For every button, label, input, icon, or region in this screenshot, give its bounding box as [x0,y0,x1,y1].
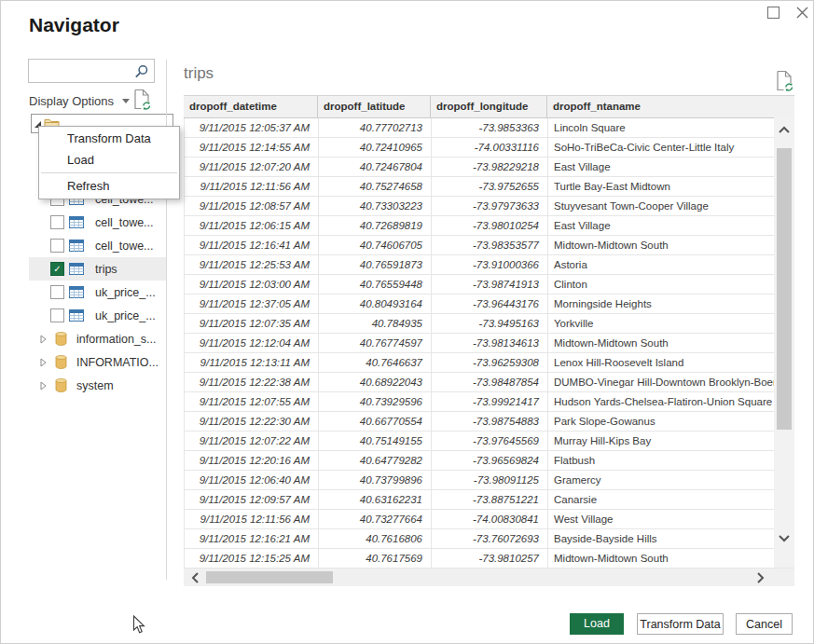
cell-dropoff-longitude: -73.97645569 [432,432,548,450]
tree-item[interactable]: uk_price_... [29,304,166,327]
cell-dropoff-datetime: 9/11/2015 12:25:53 AM [185,255,319,274]
vertical-scrollbar-thumb[interactable] [777,148,792,430]
menu-item-load[interactable]: Load [39,149,179,171]
table-row[interactable]: 9/11/2015 12:15:25 AM 40.7617569 -73.981… [185,549,794,569]
table-row[interactable]: 9/11/2015 12:06:40 AM 40.73799896 -73.98… [185,471,794,490]
scroll-right-icon[interactable] [756,571,765,584]
cell-dropoff-longitude: -74.00830841 [432,510,548,528]
scroll-up-icon[interactable] [778,126,791,134]
checkbox[interactable] [50,285,64,299]
cell-dropoff-longitude: -73.98229218 [432,158,548,176]
checkbox[interactable] [50,239,64,253]
chevron-down-icon [122,99,130,103]
tree-item[interactable]: cell_towe... [29,211,166,234]
column-header-dropoff-ntaname[interactable]: dropoff_ntaname [547,96,794,117]
column-header-dropoff-longitude[interactable]: dropoff_longitude [431,96,547,117]
cell-dropoff-longitude: -73.98091125 [432,471,548,489]
close-button[interactable] [793,3,811,21]
table-row[interactable]: 9/11/2015 12:11:56 AM 40.75274658 -73.97… [185,177,794,197]
mouse-cursor [132,615,146,635]
table-row[interactable]: 9/11/2015 12:20:16 AM 40.64779282 -73.96… [185,451,794,471]
cell-dropoff-longitude: -73.98353577 [432,236,548,254]
dialog-title: Navigator [29,14,119,36]
table-row[interactable]: 9/11/2015 12:14:55 AM 40.72410965 -74.00… [185,138,794,158]
scroll-down-icon[interactable] [778,534,791,542]
column-header-dropoff-datetime[interactable]: dropoff_datetime [184,96,318,117]
table-row[interactable]: 9/11/2015 12:25:53 AM 40.76591873 -73.91… [185,255,794,275]
transform-data-button[interactable]: Transform Data [637,613,724,635]
table-row[interactable]: 9/11/2015 12:22:38 AM 40.68922043 -73.98… [185,373,794,392]
display-options-dropdown[interactable]: Display Options [29,94,130,108]
cell-dropoff-latitude: 40.784935 [319,314,432,333]
database-icon [55,378,67,392]
search-icon[interactable] [134,64,149,79]
table-row[interactable]: 9/11/2015 12:12:04 AM 40.76774597 -73.98… [185,334,794,353]
scroll-left-icon[interactable] [191,571,200,584]
cell-dropoff-datetime: 9/11/2015 12:06:40 AM [185,471,319,489]
cell-dropoff-datetime: 9/11/2015 12:14:55 AM [185,138,319,157]
table-row[interactable]: 9/11/2015 12:22:30 AM 40.66770554 -73.98… [185,412,794,432]
table-row[interactable]: 9/11/2015 12:07:20 AM 40.72467804 -73.98… [185,158,794,177]
expand-arrow-icon[interactable] [40,381,47,391]
expand-arrow-icon[interactable] [40,335,47,344]
table-row[interactable]: 9/11/2015 12:09:57 AM 40.63162231 -73.88… [185,490,794,510]
maximize-button[interactable] [764,3,782,21]
checkbox[interactable] [50,215,64,229]
expand-arrow-icon[interactable] [40,358,47,367]
tree-item-label: trips [95,263,117,276]
tree-item[interactable]: uk_price_... [29,281,166,304]
refresh-icon[interactable] [133,89,152,115]
checkbox[interactable] [50,262,64,276]
search-input[interactable] [33,62,135,82]
table-icon [69,240,84,252]
table-row[interactable]: 9/11/2015 12:07:35 AM 40.784935 -73.9495… [185,314,794,334]
column-header-dropoff-latitude[interactable]: dropoff_latitude [318,96,431,117]
cell-dropoff-ntaname: Stuyvesant Town-Cooper Village [548,197,794,215]
cell-dropoff-latitude: 40.73277664 [319,510,432,528]
navigator-tree: cell_towe... cell_towe... [29,187,166,397]
cell-dropoff-longitude: -73.88751221 [432,490,548,509]
cell-dropoff-ntaname: Yorkville [548,314,794,333]
cell-dropoff-ntaname: Gramercy [548,471,794,489]
refresh-preview-icon[interactable] [776,70,794,96]
table-row[interactable]: 9/11/2015 12:05:37 AM 40.77702713 -73.98… [185,118,794,138]
tree-item-label: uk_price_... [95,309,156,322]
table-row[interactable]: 9/11/2015 12:16:41 AM 40.74606705 -73.98… [185,236,794,255]
table-row[interactable]: 9/11/2015 12:08:57 AM 40.73303223 -73.97… [185,197,794,216]
cell-dropoff-datetime: 9/11/2015 12:11:56 AM [185,510,319,528]
table-row[interactable]: 9/11/2015 12:11:56 AM 40.73277664 -74.00… [185,510,794,529]
cell-dropoff-datetime: 9/11/2015 12:22:38 AM [185,373,319,391]
cell-dropoff-ntaname: Flatbush [548,451,794,470]
tree-item-label: cell_towe... [95,216,154,229]
tree-item[interactable]: trips [29,257,166,281]
menu-item-refresh[interactable]: Refresh [39,175,179,197]
cell-dropoff-datetime: 9/11/2015 12:08:57 AM [185,197,319,215]
cell-dropoff-datetime: 9/11/2015 12:05:37 AM [185,118,319,137]
table-row[interactable]: 9/11/2015 12:13:11 AM 40.7646637 -73.962… [185,353,794,373]
cancel-button[interactable]: Cancel [736,613,793,635]
table-row[interactable]: 9/11/2015 12:37:05 AM 40.80493164 -73.96… [185,295,794,314]
tree-item[interactable]: information_s... [29,327,166,350]
checkbox[interactable] [50,308,64,322]
menu-item-transform-data[interactable]: Transform Data [39,128,179,149]
horizontal-scrollbar[interactable] [184,569,794,586]
table-row[interactable]: 9/11/2015 12:07:22 AM 40.75149155 -73.97… [185,432,794,451]
load-button[interactable]: Load [570,613,624,635]
cell-dropoff-longitude: -73.9810257 [432,549,548,568]
vertical-scrollbar[interactable] [774,117,794,568]
cell-dropoff-datetime: 9/11/2015 12:11:56 AM [185,177,319,196]
table-row[interactable]: 9/11/2015 12:07:55 AM 40.73929596 -73.99… [185,392,794,412]
tree-item[interactable]: cell_towe... [29,234,166,257]
cell-dropoff-ntaname: Midtown-Midtown South [548,236,794,254]
cell-dropoff-datetime: 9/11/2015 12:12:04 AM [185,334,319,352]
tree-item-label: cell_towe... [95,240,154,253]
cell-dropoff-longitude: -73.91000366 [432,255,548,274]
tree-item-label: uk_price_... [95,286,156,299]
cell-dropoff-ntaname: Lincoln Square [548,118,794,137]
table-row[interactable]: 9/11/2015 12:16:21 AM 40.7616806 -73.760… [185,529,794,549]
horizontal-scrollbar-thumb[interactable] [206,571,333,583]
tree-item[interactable]: INFORMATIO... [29,350,166,374]
tree-item[interactable]: system [29,374,166,397]
table-row[interactable]: 9/11/2015 12:06:15 AM 40.72689819 -73.98… [185,216,794,236]
table-row[interactable]: 9/11/2015 12:03:00 AM 40.76559448 -73.98… [185,275,794,295]
